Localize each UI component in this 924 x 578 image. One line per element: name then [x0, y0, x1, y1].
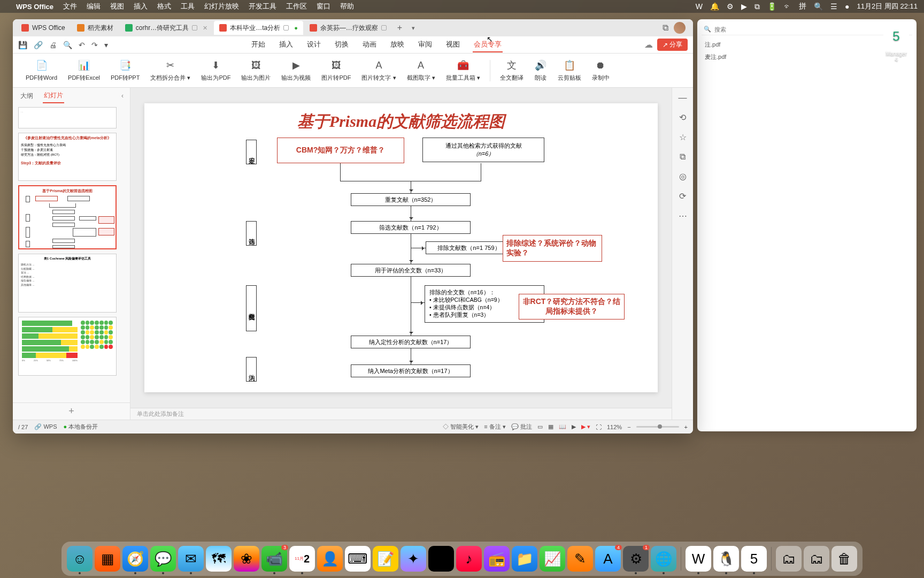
- rside-collapse-icon[interactable]: —: [679, 93, 687, 103]
- view-present-icon[interactable]: ▶: [572, 423, 576, 430]
- rside-template-icon[interactable]: ⧉: [680, 152, 686, 162]
- ri-img2pdf[interactable]: 🖼图片转PDF: [317, 57, 355, 84]
- dock-app[interactable]: 📁: [512, 546, 537, 572]
- status-input-icon[interactable]: 拼: [799, 2, 806, 11]
- status-control-icon[interactable]: ☰: [830, 2, 837, 11]
- tab-close-icon[interactable]: ●: [294, 25, 298, 31]
- fit-icon[interactable]: ⛶: [596, 424, 602, 430]
- notes-toggle[interactable]: ≡ 备注 ▾: [484, 423, 506, 431]
- sp-tab-slides[interactable]: 幻灯片: [43, 89, 64, 103]
- dock-app[interactable]: 📻: [484, 546, 510, 572]
- box-sources-question[interactable]: CBM?知网？万方？维普？: [277, 138, 404, 163]
- menubar-datetime[interactable]: 11月2日 周四 22:11: [857, 2, 918, 11]
- tab-add-button[interactable]: +: [393, 23, 406, 33]
- dock-app[interactable]: tv: [428, 546, 454, 572]
- ri-pdf2excel[interactable]: 📊PDF转Excel: [64, 57, 104, 84]
- ri-translate[interactable]: 文全文翻译: [496, 57, 528, 84]
- box-exclude-note-2[interactable]: 非RCT？研究方法不符合？结局指标未提供？: [519, 294, 625, 320]
- rtab-animation[interactable]: 动画: [361, 37, 378, 52]
- dock-app[interactable]: 🗂: [776, 546, 802, 572]
- rside-material-icon[interactable]: ◎: [679, 171, 687, 181]
- ri-export-video[interactable]: ▶输出为视频: [277, 57, 315, 84]
- dock-app[interactable]: 🧭: [122, 546, 148, 572]
- qa-save-icon[interactable]: 💾: [18, 41, 27, 49]
- ri-batch[interactable]: 🧰批量工具箱 ▾: [442, 57, 484, 84]
- tab-dup-icon[interactable]: [192, 25, 197, 31]
- dock-app[interactable]: 🐧: [713, 546, 739, 572]
- menu-dev[interactable]: 开发工具: [249, 2, 276, 11]
- bg-file[interactable]: 麦注.pdf: [705, 51, 909, 63]
- rtab-insert[interactable]: 插入: [278, 37, 294, 52]
- dock-app[interactable]: ✦: [401, 546, 426, 572]
- tab-dup-icon[interactable]: [283, 25, 289, 31]
- status-battery-icon[interactable]: 🔋: [767, 2, 776, 11]
- qa-link-icon[interactable]: 🔗: [34, 41, 43, 49]
- rtab-view[interactable]: 视图: [445, 37, 461, 52]
- menu-help[interactable]: 帮助: [340, 2, 354, 11]
- slide-title[interactable]: 基于Prisma的文献筛选流程图: [144, 111, 658, 133]
- menu-file[interactable]: 文件: [63, 2, 77, 11]
- ri-recording[interactable]: ⏺录制中: [588, 57, 614, 84]
- user-avatar[interactable]: [674, 22, 686, 34]
- dock-app[interactable]: ✎: [567, 546, 593, 572]
- comments-toggle[interactable]: 💬 批注: [511, 423, 532, 431]
- status-wifi-icon[interactable]: ᯤ: [784, 2, 791, 11]
- menu-view[interactable]: 视图: [110, 2, 124, 11]
- cloud-icon[interactable]: ☁: [644, 40, 653, 50]
- zoom-out-button[interactable]: −: [627, 424, 630, 430]
- ri-pdf2word[interactable]: 📄PDF转Word: [21, 57, 61, 84]
- view-sorter-icon[interactable]: ▦: [548, 423, 553, 430]
- slide-thumbnails[interactable]: ... 《参麦注射液治疗慢性充血性心力衰竭的meta分析》 疾病类型：慢性充血性…: [13, 104, 130, 402]
- zoom-in-button[interactable]: +: [684, 424, 688, 430]
- qa-print-icon[interactable]: 🖨: [49, 41, 57, 49]
- dock-app[interactable]: 👤: [317, 546, 343, 572]
- add-slide-button[interactable]: +: [13, 402, 130, 420]
- dock-app[interactable]: ⚙1: [623, 546, 649, 572]
- qa-more-icon[interactable]: ▾: [104, 41, 108, 49]
- ri-export-image[interactable]: 🖼输出为图片: [237, 57, 275, 84]
- dock-app[interactable]: 🌐: [651, 546, 676, 572]
- menu-format[interactable]: 格式: [157, 2, 171, 11]
- menu-window[interactable]: 窗口: [317, 2, 330, 11]
- view-reading-icon[interactable]: 📖: [559, 423, 566, 430]
- status-play-icon[interactable]: ▶: [741, 2, 747, 11]
- desktop-app-icon[interactable]: 5 Manager4: [879, 24, 913, 63]
- qa-preview-icon[interactable]: 🔍: [63, 41, 72, 49]
- status-bell-icon[interactable]: 🔔: [710, 2, 719, 11]
- status-wps-icon[interactable]: W: [696, 2, 703, 11]
- dock-app[interactable]: W: [686, 546, 711, 572]
- tab-close-icon[interactable]: ✕: [203, 25, 207, 32]
- smart-beautify-button[interactable]: ◇ 智能美化 ▾: [443, 423, 479, 431]
- menu-slideshow[interactable]: 幻灯片放映: [204, 2, 239, 11]
- ri-pdf2ppt[interactable]: 📑PDF转PPT: [106, 57, 144, 84]
- dock-app[interactable]: 🗂: [804, 546, 829, 572]
- status-bluetooth-icon[interactable]: ⚙: [727, 2, 734, 11]
- dock-app[interactable]: 🗑: [831, 546, 857, 572]
- menu-insert[interactable]: 插入: [134, 2, 148, 11]
- rside-history-icon[interactable]: ⟳: [679, 191, 686, 201]
- ri-split-merge[interactable]: ✂文档拆分合并 ▾: [146, 57, 195, 84]
- share-button[interactable]: ↗ 分享: [657, 39, 688, 51]
- dock-app[interactable]: ✉: [178, 546, 204, 572]
- dock-app[interactable]: 📝: [373, 546, 398, 572]
- thumb-slide[interactable]: 《参麦注射液治疗慢性充血性心力衰竭的meta分析》 疾病类型：慢性充血性心力衰竭…: [18, 133, 117, 181]
- status-search-icon[interactable]: 🔍: [814, 2, 823, 11]
- dock-app[interactable]: 5: [741, 546, 767, 572]
- tab-docer[interactable]: 稻壳素材: [72, 21, 119, 35]
- ri-read-aloud[interactable]: 🔊朗读: [530, 57, 551, 84]
- reading-mode-icon[interactable]: ⧉: [663, 23, 668, 33]
- thumb-slide[interactable]: 0%25%50%75%100%: [18, 317, 117, 376]
- rtab-design[interactable]: 设计: [306, 37, 322, 52]
- dock-app[interactable]: ❀: [234, 546, 259, 572]
- rside-more-icon[interactable]: ⋯: [679, 211, 687, 221]
- box-exclude-note[interactable]: 排除综述？系统评价？动物实验？: [503, 235, 602, 262]
- menu-workspace[interactable]: 工作区: [286, 2, 307, 11]
- dock-app[interactable]: 💬: [150, 546, 176, 572]
- wps-status[interactable]: 🔗 WPS: [34, 423, 57, 430]
- rtab-review[interactable]: 审阅: [417, 37, 433, 52]
- tab-doc-2[interactable]: 本科毕业…ta分析●: [214, 21, 303, 35]
- thumb-slide[interactable]: ...: [18, 107, 117, 128]
- ri-export-pdf[interactable]: ⬇输出为PDF: [197, 57, 235, 84]
- rtab-vip[interactable]: 会员专享: [473, 37, 503, 52]
- dock-app[interactable]: ☺: [67, 546, 93, 572]
